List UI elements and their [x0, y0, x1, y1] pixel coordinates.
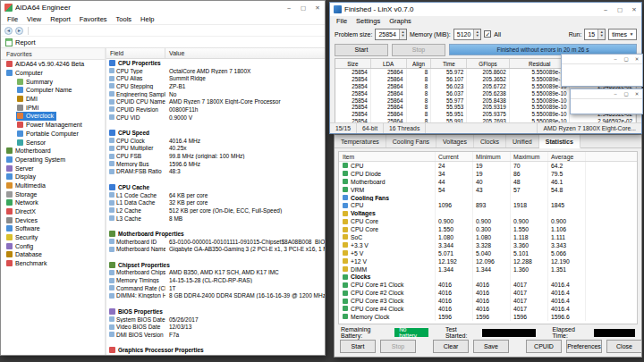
- sidebar-item-directx[interactable]: DirectX: [5, 207, 38, 216]
- sidebar-item-overclock[interactable]: Overclock: [16, 112, 56, 121]
- aida-menu-report[interactable]: Report: [46, 15, 75, 23]
- sensor-row-3-3-v[interactable]: +3.3 V3.3443.3283.3603.343: [339, 241, 637, 249]
- field-row[interactable]: System BIOS Date05/26/2017: [106, 316, 325, 324]
- field-row[interactable]: Motherboard ChipsetAMD B350, AMD K17 SCH…: [106, 269, 325, 277]
- field-row[interactable]: CPUID CPU NameAMD Ryzen 7 1800X Eight-Co…: [106, 97, 325, 105]
- maximize-icon[interactable]: ▢: [621, 89, 631, 98]
- aida-menu-file[interactable]: File: [3, 15, 22, 23]
- tab-statistics[interactable]: Statistics: [539, 135, 580, 148]
- sensor-row-cpu-core-1-clock[interactable]: CPU Core #1 Clock4016401640174016.4: [339, 281, 637, 289]
- field-row[interactable]: Command Rate (CR)1T: [106, 284, 325, 292]
- column-header-value[interactable]: Value: [165, 48, 325, 58]
- back-icon[interactable]: ◄: [4, 27, 13, 35]
- sidebar-item-operating-system[interactable]: Operating System: [5, 156, 68, 164]
- section-header-cpu-properties[interactable]: CPU Properties: [106, 59, 325, 67]
- graph-window-1-titlebar[interactable]: – ▢ ✕: [562, 55, 642, 64]
- field-row[interactable]: Video AdapterMSI N780Ti (MS-V298): [106, 354, 325, 355]
- preferences-button[interactable]: Preferences: [566, 340, 602, 353]
- spinner-down-icon[interactable]: ▼: [600, 34, 604, 38]
- aida-menu-view[interactable]: View: [22, 15, 46, 23]
- sensor-row-soc[interactable]: SoC1.0801.0801.1181.111: [339, 233, 637, 241]
- sensor-group-cooling-fans[interactable]: Cooling Fans: [339, 194, 637, 202]
- minimize-icon[interactable]: –: [610, 55, 621, 63]
- sensor-row-cpu-core-4-clock[interactable]: CPU Core #4 Clock4016401640174016.4: [339, 305, 637, 313]
- tab-cooling-fans[interactable]: Cooling Fans: [386, 135, 436, 147]
- minimize-icon[interactable]: –: [282, 1, 296, 14]
- field-row[interactable]: L2 Cache512 KB per core (On-Die, ECC, Fu…: [106, 206, 325, 215]
- field-row[interactable]: CPU AliasSummit Ridge: [106, 74, 325, 82]
- field-row[interactable]: CPU FSB99.8 MHz (original: 100 MHz): [106, 152, 325, 160]
- forward-icon[interactable]: ►: [15, 27, 23, 35]
- field-row[interactable]: CPU VID0.9000 V: [106, 114, 325, 122]
- linx-titlebar[interactable]: Finished - LinX v0.7.0 – ▢ ✕: [330, 3, 641, 16]
- sidebar-item-server[interactable]: Server: [5, 164, 37, 173]
- report-button[interactable]: Report: [15, 38, 36, 46]
- section-header-graphics-processor-properties[interactable]: Graphics Processor Properties: [106, 346, 325, 354]
- minimize-icon[interactable]: –: [610, 89, 621, 98]
- field-row[interactable]: Video BIOS Date12/03/13: [106, 323, 325, 331]
- field-row[interactable]: L3 Cache8 MB: [106, 215, 325, 223]
- tab-voltages[interactable]: Voltages: [436, 135, 474, 147]
- tab-temperatures[interactable]: Temperatures: [335, 135, 386, 147]
- sensor-row-cpu[interactable]: CPU109689319181845: [339, 201, 637, 209]
- run-count-input[interactable]: 15 ▲▼: [584, 29, 606, 40]
- sidebar-item-motherboard[interactable]: Motherboard: [5, 147, 54, 156]
- field-row[interactable]: DIMM4: Kingston HyperX K...8 GB DDR4-240…: [106, 292, 325, 300]
- aida-menu-favorites[interactable]: Favorites: [75, 15, 112, 23]
- cpuid-button[interactable]: CPUID: [526, 340, 562, 353]
- section-header-motherboard-properties[interactable]: Motherboard Properties: [106, 230, 325, 238]
- aida-menu-tools[interactable]: Tools: [112, 15, 137, 23]
- sensor-row-cpu-core[interactable]: CPU Core0.9000.9000.9000.900: [339, 217, 637, 225]
- sidebar-item-display[interactable]: Display: [5, 173, 38, 181]
- field-row[interactable]: Memory Timings14-15-15-28 (CL-RCD-RP-RAS…: [106, 276, 325, 284]
- problem-size-input[interactable]: 25854 ▲▼: [375, 29, 406, 40]
- sensor-row-12-v[interactable]: +12 V12.19212.09612.28812.190: [339, 257, 637, 265]
- sidebar-item-database[interactable]: Database: [5, 250, 45, 259]
- minimize-icon[interactable]: –: [598, 3, 613, 16]
- sensor-row-cpu-diode[interactable]: CPU Diode34198679.5: [339, 170, 637, 178]
- sidebar-item-portable-computer[interactable]: Portable Computer: [16, 130, 81, 139]
- sensor-group-voltages[interactable]: Voltages: [339, 209, 637, 217]
- sidebar-item-ipmi[interactable]: IPMI: [16, 103, 41, 112]
- field-row[interactable]: CPU Multiplier40.25x: [106, 145, 325, 153]
- favorites-tab[interactable]: Favorites: [1, 48, 105, 60]
- graph-window-1[interactable]: – ▢ ✕: [561, 54, 643, 87]
- sidebar-item-benchmark[interactable]: Benchmark: [5, 259, 49, 268]
- close-icon[interactable]: ✕: [627, 3, 641, 16]
- sensor-row-motherboard[interactable]: Motherboard44404846.1: [339, 178, 637, 186]
- maximize-icon[interactable]: ▢: [621, 55, 631, 63]
- close-icon[interactable]: ✕: [631, 89, 642, 98]
- graph-window-2-titlebar[interactable]: – ▢ ✕: [571, 89, 642, 99]
- field-row[interactable]: Motherboard ID63-0100-000001-00101111-09…: [106, 238, 325, 246]
- spinner-down-icon[interactable]: ▼: [476, 34, 479, 38]
- sidebar-item-security[interactable]: Security: [5, 233, 40, 242]
- sensor-row-cpu-core-3-clock[interactable]: CPU Core #3 Clock4016401640174016.4: [339, 297, 637, 305]
- column-header-field[interactable]: Field: [106, 48, 165, 58]
- aida-menu-help[interactable]: Help: [136, 15, 158, 23]
- sensor-row-5-v[interactable]: +5 V5.0715.0405.1015.066: [339, 249, 637, 257]
- sidebar-item-dmi[interactable]: DMI: [16, 95, 40, 104]
- maximize-icon[interactable]: ▢: [296, 1, 310, 14]
- all-checkbox[interactable]: ✓: [484, 30, 491, 38]
- tab-unified[interactable]: Unified: [506, 135, 539, 147]
- sensor-row-vrm[interactable]: VRM54435754.8: [339, 186, 637, 194]
- field-row[interactable]: CPU Clock4016.4 MHz: [106, 137, 325, 145]
- start-button[interactable]: Start: [340, 340, 376, 353]
- section-header-cpu-speed[interactable]: CPU Speed: [106, 129, 325, 137]
- linx-menu-file[interactable]: File: [332, 17, 352, 25]
- sidebar-item-computer[interactable]: Computer: [5, 69, 46, 78]
- memory-input[interactable]: 5120 ▲▼: [453, 29, 482, 40]
- run-mode-select[interactable]: times ▼: [608, 29, 637, 40]
- sidebar-item-software[interactable]: Software: [5, 224, 43, 233]
- field-row[interactable]: L1 Data Cache32 KB per core: [106, 198, 325, 206]
- field-row[interactable]: DMI BIOS VersionF7a: [106, 331, 325, 339]
- sensor-row-cpu-core-2-clock[interactable]: CPU Core #2 Clock4016401640174016.4: [339, 289, 637, 297]
- field-row[interactable]: DRAM:FSB Ratio48:3: [106, 168, 325, 176]
- field-row[interactable]: CPU TypeOctalCore AMD Ryzen 7 1800X: [106, 67, 325, 75]
- sidebar-item-sensor[interactable]: Sensor: [16, 138, 48, 147]
- sidebar-item-storage[interactable]: Storage: [5, 189, 40, 198]
- field-row[interactable]: L1 Code Cache64 KB per core: [106, 191, 325, 199]
- save-button[interactable]: Save: [473, 340, 509, 353]
- sensor-row-dimm[interactable]: DIMM1.3441.3441.3601.351: [339, 265, 637, 274]
- sidebar-item-config[interactable]: Config: [5, 241, 36, 250]
